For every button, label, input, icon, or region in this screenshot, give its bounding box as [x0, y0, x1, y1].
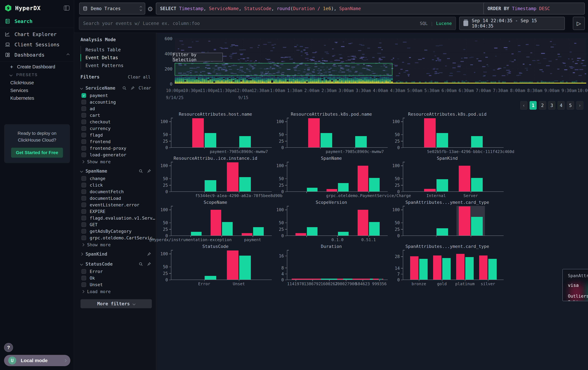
filter-item-frontend[interactable]: frontend [81, 138, 153, 145]
green-bar[interactable] [253, 227, 264, 236]
chart-plot[interactable]: InternalServer [403, 162, 504, 192]
create-dashboard-button[interactable]: + Create Dashboard [0, 63, 74, 71]
checkbox[interactable] [82, 183, 86, 187]
sidebar-item-search[interactable]: Search [0, 16, 74, 26]
chart-plot[interactable]: f5344ec9-a1ea-4290-a62a-78f5bee8d90b [171, 162, 272, 192]
pink-bar[interactable] [326, 189, 337, 191]
checkbox[interactable] [82, 100, 86, 104]
green-bar[interactable] [338, 232, 349, 236]
green-bar[interactable] [191, 232, 202, 236]
pink-bar[interactable] [227, 250, 239, 280]
filter-item-unset[interactable]: Unset [81, 281, 153, 288]
filter-item-cart[interactable]: cart [81, 112, 153, 119]
checkbox[interactable] [82, 126, 86, 131]
pink-bar[interactable] [459, 166, 470, 191]
filter-group-header[interactable]: SpanKind [81, 250, 153, 258]
filter-group-header[interactable]: SpanName [81, 167, 153, 175]
heatmap-canvas[interactable] [175, 39, 586, 84]
checkbox[interactable] [82, 189, 86, 194]
filter-clear-button[interactable]: Clear [139, 86, 151, 90]
checkbox[interactable] [82, 139, 86, 144]
chart-plot[interactable]: @hyperdx/instrumentation-exceptionpaymen… [171, 206, 272, 236]
pink-bar[interactable] [357, 166, 368, 191]
green-bar[interactable] [437, 179, 448, 191]
sidebar-item-chart-explorer[interactable]: Chart Explorer [0, 29, 74, 40]
green-bar[interactable] [307, 227, 317, 236]
pink-bar[interactable] [357, 210, 368, 236]
green-bar[interactable] [471, 178, 483, 191]
show-more-button[interactable]: Show more [81, 241, 153, 248]
sidebar-item-dashboards[interactable]: Dashboards [0, 50, 74, 60]
page-next-button[interactable]: › [576, 101, 583, 110]
filter-item-get[interactable]: GET [81, 221, 153, 228]
pink-bar[interactable] [479, 255, 488, 280]
gear-icon[interactable]: ⚙ [147, 5, 153, 13]
filter-item-eventlistener-error[interactable]: eventListener.error [81, 201, 153, 208]
checkbox[interactable] [82, 202, 86, 207]
help-button[interactable]: ? [4, 343, 13, 352]
filter-item-error[interactable]: Error [81, 268, 153, 275]
local-mode-button[interactable]: U Local mode [4, 355, 70, 366]
pink-bar[interactable] [424, 189, 436, 191]
page-button-3[interactable]: 3 [548, 101, 555, 110]
show-more-button[interactable]: Show more [81, 158, 153, 165]
checkbox[interactable]: ✓ [82, 93, 86, 98]
checkbox[interactable] [82, 146, 86, 150]
checkbox[interactable] [82, 106, 86, 111]
page-button-4[interactable]: 4 [557, 101, 565, 110]
filter-item-click[interactable]: click [81, 182, 153, 188]
search-input[interactable] [83, 21, 389, 26]
pink-bar[interactable] [192, 118, 204, 147]
preset-clickhouse[interactable]: ClickHouse [0, 79, 74, 87]
green-bar[interactable] [205, 133, 216, 147]
filter-item-grpc-oteldemo-cartservic-[interactable]: grpc.oteldemo.CartServic… [81, 235, 153, 241]
green-bar[interactable] [437, 133, 448, 147]
event-search-field[interactable]: SQL | Lucene [79, 17, 456, 30]
search-icon[interactable] [139, 169, 143, 173]
green-bar[interactable] [205, 180, 216, 191]
chart-plot[interactable]: payment-7985c8969c-mwmw7 [287, 118, 388, 148]
lang-sql[interactable]: SQL [420, 21, 428, 26]
checkbox[interactable] [82, 282, 86, 287]
filter-group-header[interactable]: ServiceNameClear [81, 84, 153, 92]
green-bar[interactable] [471, 136, 483, 147]
green-bar[interactable] [239, 256, 251, 280]
analysis-mode-option[interactable]: Results Table [81, 46, 153, 54]
pink-bar[interactable] [295, 233, 306, 236]
search-icon[interactable] [122, 86, 126, 90]
analysis-mode-option[interactable]: Event Patterns [81, 62, 153, 70]
pink-bar[interactable] [456, 254, 464, 280]
pin-icon[interactable] [147, 262, 151, 266]
preset-kubernetes[interactable]: Kubernetes [0, 94, 74, 102]
green-bar[interactable] [239, 136, 251, 147]
filter-item-expire[interactable]: EXPIRE [81, 208, 153, 215]
pink-bar[interactable] [459, 206, 470, 236]
chart-plot[interactable]: ErrorUnset [171, 250, 272, 280]
date-range-picker[interactable]: Sep 14 22:04:35 - Sep 15 10:04:35 [459, 17, 565, 30]
green-bar[interactable] [488, 259, 497, 280]
page-prev-button[interactable]: ‹ [520, 101, 527, 110]
pink-bar[interactable] [242, 233, 252, 236]
more-filters-button[interactable]: More filters [81, 299, 152, 308]
green-bar[interactable] [369, 178, 380, 191]
chevron-down-icon[interactable] [80, 87, 83, 90]
pink-bar[interactable] [227, 162, 239, 191]
filter-by-selection-button[interactable]: Filter by Selection [173, 53, 223, 61]
source-select[interactable]: Demo Traces [79, 3, 145, 14]
green-bar[interactable] [419, 259, 428, 280]
checkbox[interactable] [82, 229, 86, 234]
pink-bar[interactable] [410, 256, 419, 280]
green-bar[interactable] [338, 183, 349, 191]
pin-icon[interactable] [147, 252, 151, 256]
query-language-toggle[interactable]: SQL | Lucene [420, 21, 452, 26]
pin-icon[interactable] [130, 86, 135, 90]
run-query-button[interactable]: ▷ [573, 17, 585, 30]
chart-plot[interactable]: bronzegoldplatinumsilver [403, 250, 504, 280]
checkbox[interactable] [82, 216, 86, 220]
page-button-2[interactable]: 2 [539, 101, 546, 110]
presets-toggle[interactable]: PRESETS [0, 71, 74, 79]
chart-plot[interactable] [403, 206, 504, 236]
pink-bar[interactable] [424, 118, 436, 147]
page-button-5[interactable]: 5 [567, 101, 574, 110]
heatmap-selection-box[interactable] [175, 63, 392, 76]
